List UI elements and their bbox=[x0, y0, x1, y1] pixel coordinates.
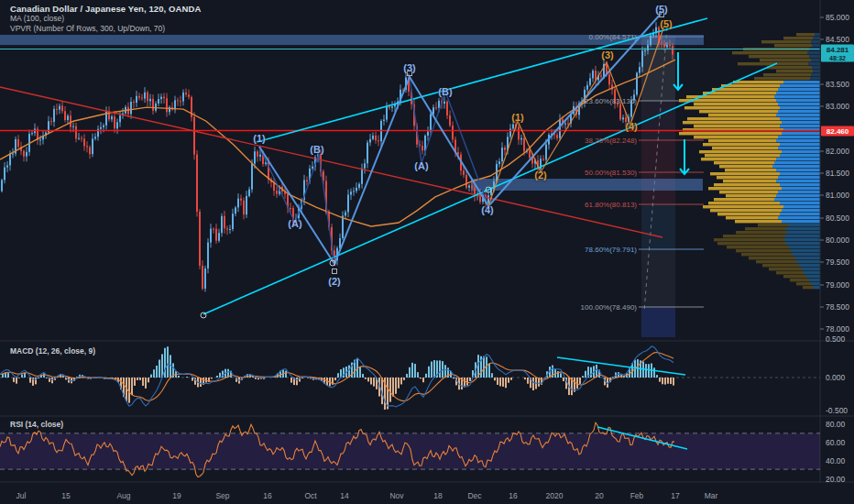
price-axis-label: 79.000 bbox=[826, 280, 849, 290]
wave-label-blue[interactable]: (3) bbox=[403, 62, 415, 73]
macd-label[interactable]: MACD (12, 26, close, 9) bbox=[10, 346, 95, 356]
wave-label-blue[interactable]: (A) bbox=[288, 218, 301, 229]
time-axis-label: Dec bbox=[467, 491, 481, 500]
wave-label-blue[interactable]: (A) bbox=[414, 160, 428, 171]
ma-100-line bbox=[0, 60, 675, 226]
time-axis-label: Oct bbox=[304, 491, 316, 500]
price-axis-label: 84.500 bbox=[826, 35, 849, 44]
time-axis-label: 18 bbox=[433, 491, 442, 500]
trading-chart-window: Canadian Dollar / Japanese Yen, 120, OAN… bbox=[0, 0, 854, 504]
fib-level-label: 0.00%(84.571) bbox=[589, 33, 637, 41]
rsi-label[interactable]: RSI (14, close) bbox=[10, 420, 63, 429]
red-descending-trendline[interactable] bbox=[0, 87, 662, 237]
time-axis-label: 17 bbox=[671, 491, 679, 500]
pivot-circle-marker[interactable] bbox=[201, 312, 206, 318]
macd-axis-label: 0.000 bbox=[826, 373, 845, 382]
time-axis-label: Jul bbox=[16, 491, 27, 500]
rsi-axis-label: 60.00 bbox=[826, 438, 845, 447]
wave-label-blue[interactable]: (2) bbox=[328, 276, 340, 287]
price-axis-label: 80.500 bbox=[826, 214, 849, 223]
time-axis-label: 20 bbox=[595, 491, 603, 500]
fib-level-label: 38.20%(82.248) bbox=[585, 137, 637, 145]
time-axis-label: 15 bbox=[61, 491, 70, 500]
fib-level-label: 78.60%(79.791) bbox=[585, 246, 637, 254]
price-axis-label: 85.000 bbox=[826, 13, 849, 22]
wave-label-blue[interactable]: (B) bbox=[310, 144, 323, 155]
time-axis-label: Feb bbox=[630, 491, 644, 500]
pivot-square-marker[interactable] bbox=[333, 269, 337, 274]
time-axis-label: Nov bbox=[389, 491, 403, 500]
price-axis-label: 81.500 bbox=[826, 169, 849, 178]
rsi-axis-label: 80.00 bbox=[826, 420, 845, 429]
macd-axis-label: 0.500 bbox=[826, 334, 845, 344]
macd-trendline[interactable] bbox=[557, 357, 685, 375]
fib-level-label: 61.80%(80.813) bbox=[585, 201, 637, 209]
price-axis-label: 78.000 bbox=[826, 324, 849, 334]
wave-label-orange[interactable]: (3) bbox=[601, 49, 613, 60]
indicator-ma[interactable]: MA (100, close) bbox=[10, 14, 64, 23]
wave-label-orange[interactable]: (4) bbox=[625, 121, 637, 132]
macd-axis-label: -0.500 bbox=[826, 406, 848, 415]
wave-label-blue[interactable]: (5) bbox=[655, 4, 667, 15]
volume-profile bbox=[679, 33, 820, 289]
macd-panel bbox=[0, 346, 820, 410]
rsi-axis-label: 40.00 bbox=[826, 456, 845, 466]
price-tag[interactable]: 82.460 bbox=[821, 126, 854, 137]
fib-level-label: 100.00%(78.490) bbox=[581, 303, 637, 312]
fib-level-label: 50.00%(81.530) bbox=[585, 169, 637, 177]
time-axis-label: 14 bbox=[340, 491, 348, 500]
time-axis-label: 19 bbox=[172, 491, 181, 500]
wave-label-blue[interactable]: (1) bbox=[253, 133, 265, 144]
price-axis-label: 83.000 bbox=[826, 102, 849, 111]
price-axis-label: 82.000 bbox=[826, 147, 849, 156]
time-axis-label: Aug bbox=[116, 491, 130, 500]
support-zone[interactable] bbox=[471, 179, 703, 191]
candles bbox=[1, 22, 673, 291]
wave-label-orange[interactable]: (1) bbox=[511, 112, 523, 123]
projection-arrows bbox=[673, 52, 689, 174]
symbol-title[interactable]: Canadian Dollar / Japanese Yen, 120, OAN… bbox=[10, 4, 201, 14]
indicator-vpvr[interactable]: VPVR (Number Of Rows, 300, Up/Down, 70) bbox=[10, 24, 165, 33]
wave-label-orange[interactable]: (2) bbox=[534, 170, 546, 181]
wave-label-blue[interactable]: (B) bbox=[438, 86, 452, 97]
wave-label-blue[interactable]: (4) bbox=[481, 204, 493, 215]
time-axis-label: 16 bbox=[263, 491, 271, 500]
elliott-waves bbox=[201, 13, 664, 319]
price-axis-label: 80.000 bbox=[826, 236, 849, 245]
price-axis-label: 79.500 bbox=[826, 257, 849, 267]
rsi-axis-label: 20.00 bbox=[826, 475, 845, 484]
time-axis-label: 16 bbox=[509, 491, 517, 500]
price-axis-label: 78.500 bbox=[826, 302, 849, 312]
price-axis-label: 81.000 bbox=[826, 191, 849, 200]
wave-label-orange[interactable]: (5) bbox=[660, 18, 672, 29]
price-axis-label: 83.500 bbox=[826, 80, 849, 89]
time-axis-label: Sep bbox=[215, 491, 229, 500]
countdown-tag[interactable]: 48:32 bbox=[821, 54, 854, 62]
chart-canvas[interactable] bbox=[0, 0, 854, 504]
rsi-panel bbox=[0, 422, 820, 477]
fib-level-label: 23.60%(83.136) bbox=[585, 97, 637, 105]
time-axis-label: 2020 bbox=[546, 491, 564, 500]
time-axis-label: Mar bbox=[705, 491, 718, 500]
